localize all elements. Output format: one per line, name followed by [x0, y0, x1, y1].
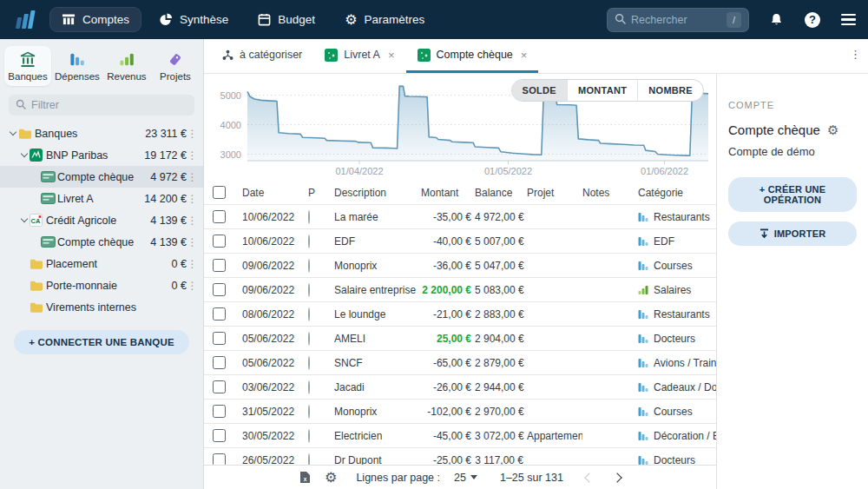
- tree-item-kebab-icon[interactable]: [187, 128, 198, 140]
- row-checkbox[interactable]: [213, 259, 226, 272]
- connect-bank-button[interactable]: + CONNECTER UNE BANQUE: [14, 330, 189, 354]
- table-row[interactable]: 10/06/2022La marée-35,00 €4 972,00 €Rest…: [204, 205, 716, 229]
- card-icon: [41, 171, 57, 182]
- pointage-circle-icon[interactable]: [308, 380, 310, 394]
- pointage-circle-icon[interactable]: [308, 429, 310, 443]
- chevron-down-icon[interactable]: [18, 154, 30, 156]
- tree-item-kebab-icon[interactable]: [187, 149, 198, 162]
- search-input[interactable]: [631, 14, 727, 26]
- close-icon[interactable]: ×: [521, 49, 528, 62]
- tree-row[interactable]: Placement0 €: [0, 253, 203, 274]
- table-row[interactable]: 30/05/2022Electricien-45,00 €3 072,00 €A…: [204, 424, 716, 448]
- cell-description: Jacadi: [334, 381, 421, 393]
- table-row[interactable]: 09/06/2022Monoprix-36,00 €5 047,00 €Cour…: [204, 254, 716, 278]
- table-row[interactable]: 31/05/2022Monoprix-102,00 €2 970,00 €Cou…: [204, 400, 716, 424]
- row-checkbox[interactable]: [213, 283, 226, 296]
- nav-item-budget[interactable]: Budget: [247, 8, 326, 31]
- rows-per-page-select[interactable]: 25: [454, 472, 477, 484]
- tab-a-categoriser[interactable]: à catégoriser: [211, 39, 313, 73]
- hamburger-menu-icon[interactable]: [841, 14, 856, 26]
- table-row[interactable]: 03/06/2022Jacadi-26,00 €2 944,00 €Cadeau…: [204, 375, 716, 400]
- tree-item-kebab-icon[interactable]: [187, 258, 198, 270]
- previous-page-chevron-icon[interactable]: [584, 472, 594, 482]
- tree-row[interactable]: Banques23 311 €: [0, 122, 203, 144]
- row-checkbox[interactable]: [213, 210, 226, 223]
- filter-search-icon: [16, 97, 26, 113]
- chevron-down-icon[interactable]: [18, 219, 30, 221]
- nav-item-parametres[interactable]: ⚙Paramètres: [333, 8, 436, 32]
- cell-categorie: Docteurs: [638, 333, 716, 345]
- cell-montant: -21,00 €: [421, 308, 475, 320]
- tab-label: Livret A: [344, 49, 380, 61]
- chevron-down-icon[interactable]: [7, 132, 18, 135]
- tree-row[interactable]: Porte-monnaie0 €: [0, 274, 203, 296]
- pointage-circle-icon[interactable]: [308, 332, 310, 346]
- tree-row[interactable]: Compte chèque4 139 €: [0, 231, 203, 253]
- pointage-circle-icon[interactable]: [308, 235, 310, 248]
- svg-text:CA: CA: [31, 217, 41, 225]
- nav-item-synthese[interactable]: Synthèse: [148, 8, 240, 32]
- create-operation-button[interactable]: + CRÉER UNE OPÉRATION: [728, 177, 857, 212]
- tree-item-kebab-icon[interactable]: [187, 236, 198, 248]
- table-settings-gear-icon[interactable]: ⚙: [325, 471, 337, 485]
- chart-toggle-solde[interactable]: SOLDE: [512, 80, 567, 101]
- pointage-circle-icon[interactable]: [308, 356, 310, 370]
- sidebar-tab-banques[interactable]: Banques: [4, 46, 51, 86]
- row-checkbox[interactable]: [213, 356, 226, 369]
- table-row[interactable]: 26/05/2022Dr Dupont-25,00 €3 117,00 €Doc…: [204, 448, 716, 465]
- tree-item-kebab-icon[interactable]: [187, 193, 198, 205]
- tree-row[interactable]: Livret A14 200 €: [0, 188, 203, 209]
- row-checkbox[interactable]: [213, 332, 226, 345]
- bars-blue: [638, 382, 648, 393]
- table-row[interactable]: 08/06/2022Le loundge-21,00 €2 883,00 €Re…: [204, 302, 716, 327]
- pointage-circle-icon[interactable]: [308, 405, 310, 419]
- tabstrip-kebab-icon[interactable]: [850, 48, 861, 61]
- pointage-circle-icon[interactable]: [308, 210, 310, 224]
- search-box[interactable]: /: [608, 9, 748, 31]
- pointage-circle-icon[interactable]: [308, 283, 310, 297]
- pointage-circle-icon[interactable]: [308, 259, 310, 273]
- chart-toggle-nombre[interactable]: NOMBRE: [637, 80, 703, 101]
- tab-compte-cheque[interactable]: Compte chèque×: [406, 39, 539, 73]
- table-row[interactable]: 05/06/2022SNCF-65,00 €2 879,00 €Avions /…: [204, 351, 716, 375]
- export-file-icon[interactable]: x: [299, 471, 311, 484]
- nav-item-comptes[interactable]: Comptes: [50, 8, 141, 31]
- cell-pointage: [308, 284, 334, 296]
- help-icon[interactable]: ?: [805, 12, 820, 28]
- app-logo-icon[interactable]: [12, 9, 38, 31]
- tree-item-kebab-icon[interactable]: [187, 280, 198, 292]
- table-row[interactable]: 10/06/2022EDF-40,00 €5 007,00 €EDF: [204, 229, 716, 254]
- row-checkbox[interactable]: [213, 405, 226, 418]
- row-checkbox[interactable]: [213, 380, 226, 393]
- notifications-bell-icon[interactable]: [769, 12, 784, 28]
- tree-row[interactable]: BNP Paribas19 172 €: [0, 144, 203, 166]
- row-checkbox[interactable]: [213, 453, 226, 465]
- tab-livret-a[interactable]: Livret A×: [313, 39, 405, 73]
- sidebar-tab-revenus[interactable]: Revenus: [103, 46, 150, 86]
- pointage-circle-icon[interactable]: [308, 307, 310, 321]
- sidebar-tab-projets[interactable]: Projets: [152, 46, 199, 86]
- filter-input[interactable]: [31, 99, 187, 111]
- cell-balance: 5 007,00 €: [475, 235, 527, 248]
- sidebar-tab-depenses[interactable]: Dépenses: [53, 46, 102, 86]
- row-checkbox[interactable]: [213, 307, 226, 320]
- chart-toggle-montant[interactable]: MONTANT: [567, 80, 637, 101]
- account-settings-gear-icon[interactable]: ⚙: [827, 123, 838, 136]
- close-icon[interactable]: ×: [388, 49, 395, 62]
- tree-item-kebab-icon[interactable]: [187, 215, 198, 227]
- filter-box[interactable]: [9, 95, 194, 116]
- pointage-circle-icon[interactable]: [308, 453, 310, 466]
- next-page-chevron-icon[interactable]: [612, 472, 621, 482]
- import-button[interactable]: IMPORTER: [728, 221, 857, 246]
- row-checkbox[interactable]: [213, 429, 226, 442]
- select-all-checkbox[interactable]: [213, 186, 226, 199]
- row-checkbox[interactable]: [213, 235, 226, 248]
- tree-item-kebab-icon[interactable]: [187, 171, 198, 183]
- tree-row[interactable]: Compte chèque4 972 €: [0, 166, 203, 188]
- tree-row[interactable]: Virements internes: [0, 296, 203, 318]
- table-row[interactable]: 09/06/2022Salaire entreprise2 200,00 €5 …: [204, 278, 716, 302]
- svg-text:5000: 5000: [220, 90, 241, 101]
- cell-pointage: [308, 211, 334, 223]
- table-row[interactable]: 05/06/2022AMELI25,00 €2 904,00 €Docteurs: [204, 327, 716, 351]
- tree-row[interactable]: CACrédit Agricole4 139 €: [0, 209, 203, 231]
